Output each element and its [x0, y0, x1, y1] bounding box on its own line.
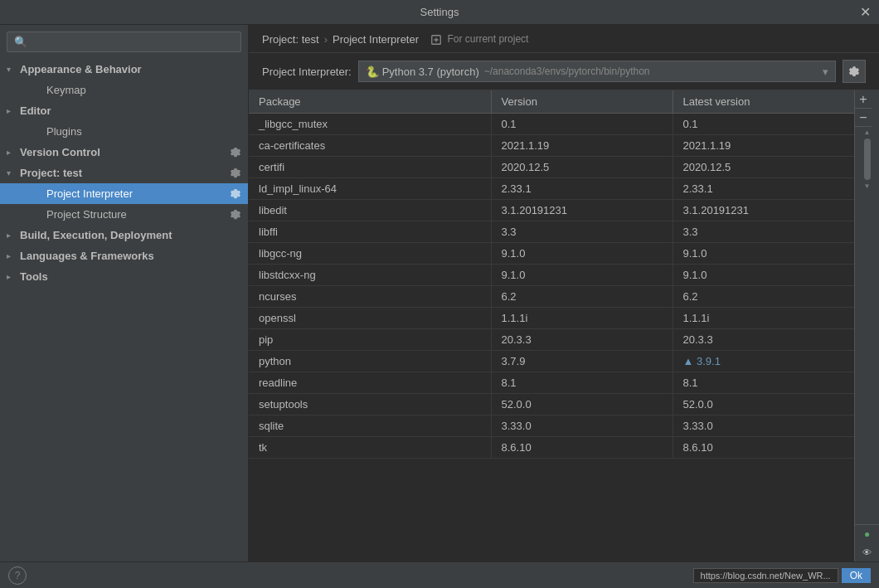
sidebar: Appearance & Behavior Keymap Editor Plug…	[0, 25, 249, 561]
packages-table-container[interactable]: Package Version Latest version _libgcc_m…	[249, 90, 854, 561]
table-row[interactable]: libffi3.33.3	[249, 221, 854, 243]
interpreter-settings-button[interactable]	[843, 60, 866, 83]
sidebar-item-label: Appearance & Behavior	[20, 63, 142, 75]
breadcrumb-separator: ›	[324, 33, 328, 46]
breadcrumb: Project: test › Project Interpreter For …	[249, 25, 879, 53]
sidebar-content: Appearance & Behavior Keymap Editor Plug…	[0, 59, 248, 561]
package-latest-version: 9.1.0	[673, 243, 854, 265]
sidebar-item-version-control[interactable]: Version Control	[0, 142, 248, 163]
table-row[interactable]: pip20.3.320.3.3	[249, 329, 854, 351]
sidebar-item-label: Version Control	[20, 146, 100, 158]
package-version: 9.1.0	[491, 265, 673, 286]
sidebar-item-label: Project Structure	[46, 208, 127, 221]
table-row[interactable]: ld_impl_linux-642.33.12.33.1	[249, 178, 854, 200]
package-latest-version: 8.6.10	[673, 437, 854, 459]
interpreter-emoji: 🐍	[366, 66, 379, 78]
package-latest-version: 2020.12.5	[673, 157, 854, 178]
dropdown-arrow: ▾	[823, 66, 828, 78]
packages-table: Package Version Latest version _libgcc_m…	[249, 90, 854, 459]
table-row[interactable]: setuptools52.0.052.0.0	[249, 394, 854, 415]
sidebar-item-appearance[interactable]: Appearance & Behavior	[0, 59, 248, 80]
sidebar-item-editor[interactable]: Editor	[0, 100, 248, 121]
ok-button[interactable]: Ok	[842, 568, 871, 583]
sidebar-item-label: Build, Execution, Deployment	[20, 229, 172, 241]
package-latest-version: 2.33.1	[673, 178, 854, 200]
sidebar-item-label: Keymap	[46, 84, 86, 96]
table-row[interactable]: _libgcc_mutex0.10.1	[249, 114, 854, 135]
gear-icon	[848, 66, 860, 77]
package-version: 2.33.1	[491, 178, 673, 200]
table-row[interactable]: ncurses6.26.2	[249, 286, 854, 308]
col-header-version: Version	[491, 90, 673, 114]
sidebar-item-label: Plugins	[46, 125, 82, 138]
table-row[interactable]: python3.7.9▲ 3.9.1	[249, 351, 854, 372]
interpreter-path: ~/anaconda3/envs/pytorch/bin/python	[484, 66, 650, 77]
scrollbar[interactable]: ▲ ▼	[855, 127, 879, 524]
table-row[interactable]: openssl1.1.1i1.1.1i	[249, 308, 854, 329]
add-package-button[interactable]: +	[855, 90, 872, 109]
arrow-icon	[7, 65, 20, 74]
package-version: 3.1.20191231	[491, 200, 673, 221]
title-bar: Settings ✕	[0, 0, 879, 25]
scroll-down-arrow[interactable]: ▼	[864, 182, 871, 190]
breadcrumb-parent: Project: test	[262, 33, 319, 46]
scroll-thumb[interactable]	[864, 138, 871, 180]
search-input[interactable]	[7, 32, 241, 52]
package-name: python	[249, 351, 491, 372]
sidebar-item-tools[interactable]: Tools	[0, 266, 248, 287]
package-name: ca-certificates	[249, 135, 491, 157]
help-button[interactable]: ?	[8, 566, 27, 585]
table-row[interactable]: tk8.6.108.6.10	[249, 437, 854, 459]
package-version: 20.3.3	[491, 329, 673, 351]
package-name: openssl	[249, 308, 491, 329]
table-row[interactable]: readline8.18.1	[249, 372, 854, 394]
table-row[interactable]: ca-certificates2021.1.192021.1.19	[249, 135, 854, 157]
interpreter-select[interactable]: 🐍 Python 3.7 (pytorch) ~/anaconda3/envs/…	[358, 61, 836, 82]
table-area: Package Version Latest version _libgcc_m…	[249, 90, 879, 561]
close-button[interactable]: ✕	[860, 6, 871, 19]
package-latest-version: 6.2	[673, 286, 854, 308]
remove-package-button[interactable]: −	[855, 109, 872, 127]
package-version: 2020.12.5	[491, 157, 673, 178]
package-name: libstdcxx-ng	[249, 265, 491, 286]
package-latest-version: 9.1.0	[673, 265, 854, 286]
gear-icon	[230, 168, 241, 179]
sidebar-item-keymap[interactable]: Keymap	[0, 80, 248, 100]
update-status-icon[interactable]: ●	[855, 525, 880, 543]
package-version: 8.1	[491, 372, 673, 394]
package-name: tk	[249, 437, 491, 459]
scroll-up-arrow[interactable]: ▲	[864, 129, 871, 136]
package-version: 9.1.0	[491, 243, 673, 265]
table-row[interactable]: certifi2020.12.52020.12.5	[249, 157, 854, 178]
package-name: setuptools	[249, 394, 491, 415]
visibility-icon[interactable]: 👁	[855, 543, 880, 561]
package-version: 52.0.0	[491, 394, 673, 415]
package-latest-version: 3.1.20191231	[673, 200, 854, 221]
url-bar: https://blog.csdn.net/New_WR...	[693, 568, 838, 583]
package-latest-version: 20.3.3	[673, 329, 854, 351]
table-row[interactable]: libstdcxx-ng9.1.09.1.0	[249, 265, 854, 286]
for-current-project: For current project	[430, 33, 528, 46]
sidebar-item-project-structure[interactable]: Project Structure	[0, 204, 248, 225]
package-name: _libgcc_mutex	[249, 114, 491, 135]
package-version: 3.7.9	[491, 351, 673, 372]
package-name: libffi	[249, 221, 491, 243]
sidebar-item-build[interactable]: Build, Execution, Deployment	[0, 225, 248, 245]
table-row[interactable]: sqlite3.33.03.33.0	[249, 415, 854, 437]
bottom-bar: ? https://blog.csdn.net/New_WR... Ok	[0, 561, 879, 588]
sidebar-item-languages[interactable]: Languages & Frameworks	[0, 245, 248, 266]
sidebar-item-project-interpreter[interactable]: Project Interpreter	[0, 183, 248, 204]
table-row[interactable]: libedit3.1.201912313.1.20191231	[249, 200, 854, 221]
sidebar-item-project-test[interactable]: Project: test	[0, 163, 248, 183]
table-row[interactable]: libgcc-ng9.1.09.1.0	[249, 243, 854, 265]
sidebar-item-plugins[interactable]: Plugins	[0, 121, 248, 142]
package-latest-version: 0.1	[673, 114, 854, 135]
package-latest-version: 2021.1.19	[673, 135, 854, 157]
package-name: ld_impl_linux-64	[249, 178, 491, 200]
package-version: 2021.1.19	[491, 135, 673, 157]
arrow-icon	[7, 106, 20, 115]
package-latest-version: 3.3	[673, 221, 854, 243]
col-header-package: Package	[249, 90, 491, 114]
package-version: 6.2	[491, 286, 673, 308]
gear-icon	[230, 147, 241, 158]
